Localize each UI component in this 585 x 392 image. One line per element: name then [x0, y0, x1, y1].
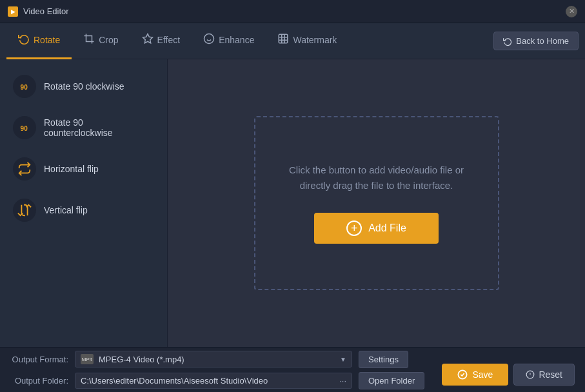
output-folder-label: Output Folder:	[10, 376, 68, 386]
rotate-cw-icon: 90	[13, 75, 36, 98]
tab-enhance-label: Enhance	[219, 35, 254, 45]
tab-watermark-label: Watermark	[293, 35, 337, 45]
reset-button[interactable]: Reset	[513, 364, 575, 386]
open-folder-button[interactable]: Open Folder	[359, 372, 424, 389]
folder-path-value: C:\Users\editer\Documents\Aiseesoft Stud…	[81, 376, 268, 386]
canvas-area: Click the button to add video/audio file…	[168, 59, 585, 347]
sidebar-item-rotate-ccw[interactable]: 90 Rotate 90 counterclockwise	[0, 107, 167, 148]
add-file-label: Add File	[368, 222, 406, 234]
right-actions: Save Reset	[442, 364, 575, 386]
save-button[interactable]: Save	[442, 364, 509, 386]
close-button[interactable]: ✕	[566, 6, 577, 17]
app-icon: ▶	[8, 6, 18, 17]
back-to-home-label: Back to Home	[516, 36, 569, 46]
effect-tab-icon	[142, 33, 154, 47]
reset-icon	[526, 370, 535, 379]
sidebar-item-flip-h[interactable]: Horizontal flip	[0, 148, 167, 190]
flip-h-icon	[13, 157, 36, 181]
sidebar-item-flip-v[interactable]: Vertical flip	[0, 190, 167, 231]
save-check-icon	[457, 369, 468, 380]
title-bar-left: ▶ Video Editor	[8, 6, 69, 17]
tab-rotate[interactable]: Rotate	[6, 23, 72, 59]
rotate-ccw-icon: 90	[13, 116, 36, 139]
drop-zone-text: Click the button to add video/audio file…	[289, 162, 464, 193]
tab-enhance[interactable]: Enhance	[192, 23, 266, 59]
format-value: MPEG-4 Video (*.mp4)	[99, 355, 184, 364]
flip-v-icon	[13, 199, 36, 222]
tab-bar: Rotate Crop Effect Enhance	[0, 23, 585, 59]
title-bar: ▶ Video Editor ✕	[0, 0, 585, 23]
tab-crop-label: Crop	[99, 35, 118, 45]
back-to-home-button[interactable]: Back to Home	[493, 32, 579, 50]
sidebar-flip-h-label: Horizontal flip	[44, 164, 99, 174]
sidebar-rotate-ccw-label: Rotate 90 counterclockwise	[44, 117, 154, 138]
tab-watermark[interactable]: Watermark	[266, 23, 348, 59]
chevron-down-icon: ▼	[340, 356, 346, 363]
tab-effect[interactable]: Effect	[130, 23, 192, 59]
app-title: Video Editor	[23, 6, 69, 16]
folder-path: C:\Users\editer\Documents\Aiseesoft Stud…	[75, 373, 352, 389]
svg-text:90: 90	[21, 125, 28, 132]
tab-crop[interactable]: Crop	[72, 23, 130, 59]
watermark-tab-icon	[277, 33, 289, 47]
bottom-bar: Output Format: MP4 MPEG-4 Video (*.mp4) …	[0, 347, 585, 392]
folder-dots-button[interactable]: ···	[339, 376, 346, 386]
svg-rect-4	[279, 34, 288, 43]
sidebar-item-rotate-cw[interactable]: 90 Rotate 90 clockwise	[0, 66, 167, 107]
reset-label: Reset	[539, 369, 562, 380]
sidebar-rotate-cw-label: Rotate 90 clockwise	[44, 81, 124, 92]
rotate-tab-icon	[18, 33, 30, 47]
drop-zone[interactable]: Click the button to add video/audio file…	[254, 116, 499, 290]
plus-circle-icon: +	[346, 220, 362, 236]
save-label: Save	[473, 369, 493, 380]
svg-point-1	[204, 34, 214, 44]
add-file-button[interactable]: + Add File	[314, 213, 439, 244]
tab-effect-label: Effect	[157, 35, 181, 45]
tab-rotate-label: Rotate	[34, 35, 60, 45]
main-content: 90 Rotate 90 clockwise 90 Rotate 90 coun…	[0, 59, 585, 347]
settings-button[interactable]: Settings	[359, 351, 408, 368]
format-select[interactable]: MP4 MPEG-4 Video (*.mp4) ▼	[75, 351, 352, 368]
output-format-label: Output Format:	[10, 355, 68, 364]
enhance-tab-icon	[203, 33, 215, 47]
back-icon	[503, 37, 512, 46]
sidebar-flip-v-label: Vertical flip	[44, 205, 88, 215]
svg-marker-0	[143, 34, 152, 43]
mp4-icon: MP4	[81, 354, 94, 364]
svg-text:90: 90	[21, 84, 28, 91]
crop-tab-icon	[83, 33, 95, 47]
sidebar: 90 Rotate 90 clockwise 90 Rotate 90 coun…	[0, 59, 168, 347]
